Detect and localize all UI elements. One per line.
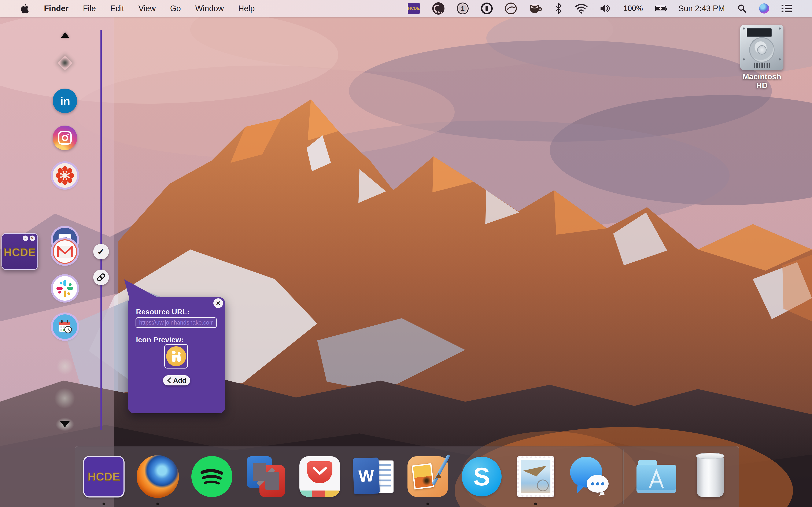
wifi-icon[interactable] <box>575 3 588 13</box>
dock-item-pixelmator[interactable] <box>407 446 449 507</box>
menu-finder[interactable]: Finder <box>44 4 68 13</box>
calendar-clock-icon <box>55 317 75 337</box>
chevron-left-icon <box>167 377 171 383</box>
dock-item-hcde[interactable]: HCDE <box>83 446 125 507</box>
scroll-up-arrow[interactable] <box>61 32 69 38</box>
applications-folder-icon <box>635 459 678 494</box>
dock-item-word[interactable]: W <box>352 446 395 507</box>
add-button[interactable]: Add <box>163 375 190 385</box>
dock-item-firefox[interactable] <box>136 446 179 507</box>
battery-charging-icon[interactable] <box>655 6 666 11</box>
word-glyph: W <box>358 466 374 486</box>
apple-menu-icon[interactable] <box>20 3 30 14</box>
spotlight-search-icon[interactable] <box>737 4 747 13</box>
sierra-wallpaper <box>0 0 812 507</box>
keyhole-icon[interactable] <box>481 3 493 14</box>
resource-url-label: Resource URL: <box>136 307 189 316</box>
dock-item-skype[interactable]: S <box>461 446 503 507</box>
coffee-cup-icon[interactable] <box>529 3 542 14</box>
menu-view[interactable]: View <box>138 4 156 13</box>
menu-help[interactable]: Help <box>238 4 254 13</box>
dock-item-pocket[interactable] <box>299 446 341 507</box>
dock-item-trash[interactable] <box>689 446 732 507</box>
handshake-icon <box>166 346 186 366</box>
desktop-screen: Finder File Edit View Go Window Help HCD… <box>0 0 812 507</box>
trash-icon <box>697 455 723 497</box>
drive-label: Macintosh HD <box>737 72 787 90</box>
icon-preview-label: Icon Preview: <box>136 336 184 344</box>
pocket-icon <box>299 456 340 497</box>
battery-percent-label: 100% <box>623 4 643 13</box>
dock-item-parallels[interactable] <box>245 446 287 507</box>
hcde-widget-title: HCDE <box>2 246 38 259</box>
confirm-check-button[interactable]: ✓ <box>93 244 109 260</box>
dock-item-spotify[interactable] <box>191 446 233 507</box>
minimize-icon[interactable]: − <box>22 235 28 241</box>
hard-drive-icon <box>740 25 784 70</box>
menu-window[interactable]: Window <box>195 4 224 13</box>
add-button-label: Add <box>173 377 186 384</box>
one-badge-icon[interactable]: 1 <box>457 3 469 14</box>
canvas-icon[interactable] <box>53 163 77 188</box>
check-icon: ✓ <box>97 246 105 257</box>
skype-icon: S <box>462 457 502 496</box>
icon-preview-box <box>164 344 188 369</box>
macintosh-hd-desktop-icon[interactable]: Macintosh HD <box>737 25 787 90</box>
gmail-icon[interactable] <box>53 239 77 264</box>
close-icon[interactable]: ✕ <box>30 235 35 241</box>
slack-pinwheel-icon <box>55 278 75 298</box>
link-icon <box>97 273 106 282</box>
popup-close-button[interactable]: ✕ <box>213 298 223 308</box>
volume-icon[interactable] <box>600 4 611 13</box>
menu-clock[interactable]: Sun 2:43 PM <box>678 4 725 13</box>
dock-item-messages[interactable] <box>568 446 611 507</box>
resource-url-input[interactable] <box>135 317 217 328</box>
app-blob-icon[interactable] <box>432 2 445 15</box>
word-icon: W <box>352 456 395 497</box>
calendar-icon[interactable] <box>53 315 77 339</box>
menu-file[interactable]: File <box>83 4 96 13</box>
scroll-down-arrow[interactable] <box>56 417 74 431</box>
menu-edit[interactable]: Edit <box>110 4 124 13</box>
menu-bar: Finder File Edit View Go Window Help HCD… <box>0 0 812 17</box>
mail-stamp-icon <box>517 456 554 497</box>
camera-icon <box>58 131 72 145</box>
dock-item-applications-folder[interactable] <box>635 446 678 507</box>
dock: HCDE <box>75 446 739 507</box>
dock-separator <box>623 449 624 504</box>
notification-center-icon[interactable] <box>781 4 792 13</box>
add-link-button[interactable] <box>93 270 109 285</box>
hcde-widget[interactable]: − ✕ HCDE <box>1 233 38 270</box>
close-icon: ✕ <box>216 300 221 307</box>
add-resource-popup: ✕ Resource URL: Icon Preview: Add <box>128 297 225 413</box>
sidebar-divider-line <box>101 30 102 430</box>
messages-icon <box>569 456 610 497</box>
bluetooth-icon[interactable] <box>555 3 563 14</box>
envelope-icon <box>56 245 73 258</box>
hcde-app-icon: HCDE <box>83 456 124 498</box>
skype-glyph: S <box>473 462 490 491</box>
linkedin-icon[interactable]: in <box>53 89 77 113</box>
siri-icon[interactable] <box>759 3 769 13</box>
dock-item-mail[interactable] <box>515 446 557 507</box>
linkedin-glyph: in <box>60 94 70 108</box>
slack-icon[interactable] <box>53 276 77 301</box>
canvas-flower-icon <box>55 165 75 186</box>
instagram-icon[interactable] <box>53 126 77 150</box>
lens-icon[interactable] <box>505 3 517 14</box>
pixelmator-icon <box>407 456 448 497</box>
menu-go[interactable]: Go <box>170 4 181 13</box>
firefox-icon <box>136 455 179 498</box>
parallels-icon <box>245 456 287 497</box>
hcde-status-badge[interactable]: HCDE <box>408 3 420 14</box>
spotify-icon <box>191 456 232 497</box>
